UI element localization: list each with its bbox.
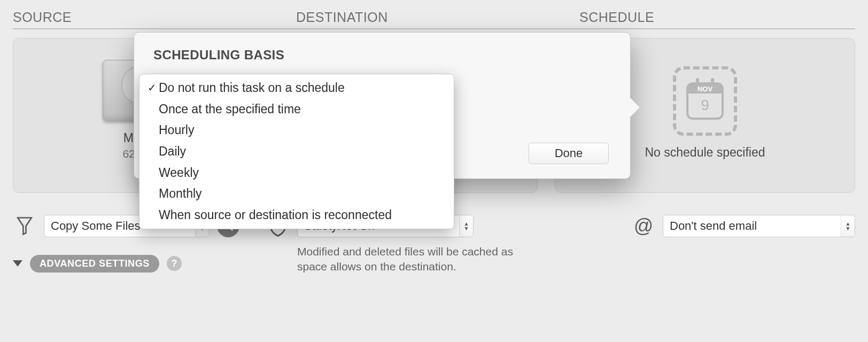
header-source: SOURCE: [13, 10, 296, 29]
menu-item-label: Hourly: [159, 121, 194, 140]
menu-item-label: Daily: [159, 142, 186, 161]
menu-item-monthly[interactable]: Monthly: [140, 183, 454, 205]
advanced-settings-row: ADVANCED SETTINGS ?: [13, 255, 182, 273]
done-button[interactable]: Done: [529, 143, 609, 164]
calendar-icon: NOV 9: [673, 66, 737, 136]
menu-item-label: When source or destination is reconnecte…: [159, 206, 392, 225]
menu-item-once[interactable]: Once at the specified time: [140, 99, 454, 120]
combo-value: Don't send email: [670, 219, 757, 233]
email-select[interactable]: Don't send email ▲▼: [663, 215, 855, 237]
menu-item-daily[interactable]: Daily: [140, 141, 454, 162]
menu-item-weekly[interactable]: Weekly: [140, 162, 454, 184]
at-icon: @: [632, 214, 655, 238]
menu-item-label: Weekly: [159, 164, 199, 183]
popover-title: SCHEDULING BASIS: [153, 48, 611, 63]
menu-item-label: Monthly: [159, 184, 202, 204]
window-content: SOURCE DESTINATION SCHEDULE Macin 620.14…: [0, 0, 868, 275]
menu-item-no-schedule[interactable]: ✓ Do not run this task on a schedule: [140, 77, 454, 99]
stepper-icon: ▲▼: [841, 215, 855, 237]
menu-item-hourly[interactable]: Hourly: [140, 120, 454, 141]
column-headers: SOURCE DESTINATION SCHEDULE: [13, 10, 855, 29]
popover-pointer: [629, 97, 640, 118]
menu-item-label: Once at the specified time: [159, 100, 301, 119]
svg-marker-0: [18, 218, 32, 235]
email-group: @ Don't send email ▲▼: [632, 214, 855, 238]
advanced-settings-label[interactable]: ADVANCED SETTINGS: [30, 255, 159, 273]
checkmark-icon: ✓: [145, 80, 159, 96]
calendar-month: NOV: [688, 84, 722, 94]
stepper-icon: ▲▼: [459, 215, 473, 237]
disclosure-triangle-icon[interactable]: [13, 260, 22, 267]
help-button[interactable]: ?: [167, 256, 182, 271]
scheduling-basis-menu[interactable]: ✓ Do not run this task on a schedule Onc…: [139, 74, 454, 229]
safetynet-hint: Modified and deleted files will be cache…: [297, 244, 522, 275]
header-schedule: SCHEDULE: [579, 10, 855, 29]
funnel-icon: [13, 214, 36, 238]
schedule-caption: No schedule specified: [645, 145, 765, 160]
menu-item-label: Do not run this task on a schedule: [159, 79, 345, 98]
calendar-day: 9: [701, 94, 709, 118]
menu-item-reconnected[interactable]: When source or destination is reconnecte…: [140, 205, 454, 226]
combo-value: Copy Some Files: [51, 219, 141, 233]
header-destination: DESTINATION: [296, 10, 579, 29]
